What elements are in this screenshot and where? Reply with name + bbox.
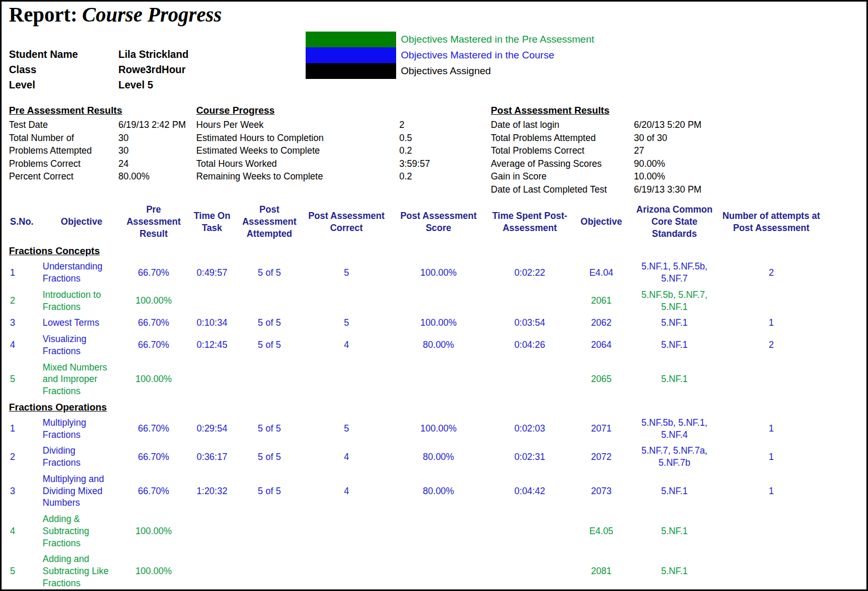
cell-sno: 1 bbox=[9, 415, 42, 443]
kv-label: Remaining Weeks to Complete bbox=[196, 170, 399, 183]
pre-assessment-title: Pre Assessment Results bbox=[9, 104, 194, 117]
cell-objective-code: E4.05 bbox=[575, 511, 628, 551]
cell-post-correct: 5 bbox=[300, 315, 392, 331]
cell-attempts bbox=[721, 511, 821, 551]
cell-objective: Mixed Numbers and Improper Fractions bbox=[42, 359, 122, 399]
kv-label: Estimated Weeks to Complete bbox=[196, 144, 399, 157]
kv-value: 0.2 bbox=[399, 144, 412, 157]
cell-pre-result: 66.70% bbox=[122, 415, 186, 443]
cell-objective: Multiplying and Dividing Mixed Numbers bbox=[42, 471, 122, 511]
kv-row: Total Problems Attempted 30 of 30 bbox=[491, 132, 791, 145]
cell-objective: Introduction to Fractions bbox=[42, 287, 122, 315]
header-post-assessment-score: Post Assessment Score bbox=[392, 201, 485, 243]
cell-post-attempted bbox=[238, 511, 300, 551]
kv-row: Average of Passing Scores 90.00% bbox=[491, 157, 791, 171]
cell-time-on-task bbox=[186, 287, 238, 315]
kv-value: 2 bbox=[399, 118, 405, 132]
kv-value: 24 bbox=[118, 157, 128, 171]
post-assessment-title: Post Assessment Results bbox=[491, 104, 791, 117]
cell-post-correct: 4 bbox=[300, 443, 392, 471]
cell-time-spent-post: 0:02:03 bbox=[485, 415, 575, 443]
table-row: 4Adding & Subtracting Fractions100.00%E4… bbox=[9, 511, 821, 551]
kv-label: Date of Last Completed Test bbox=[491, 183, 634, 196]
kv-label: Date of last login bbox=[491, 118, 634, 132]
cell-sno: 5 bbox=[9, 359, 42, 399]
kv-row: Hours Per Week 2 bbox=[196, 118, 488, 132]
student-name-row: Student Name Lila Strickland bbox=[9, 47, 188, 62]
cell-time-on-task: 0:12:45 bbox=[186, 331, 238, 359]
kv-value: 80.00% bbox=[118, 170, 149, 183]
cell-time-on-task: 1:20:32 bbox=[186, 471, 238, 511]
cell-pre-result: 100.00% bbox=[122, 511, 186, 551]
cell-pre-result: 66.70% bbox=[122, 315, 186, 331]
cell-time-spent-post bbox=[485, 551, 575, 591]
cell-post-attempted bbox=[238, 359, 300, 399]
cell-standards: 5.NF.1, 5.NF.5b, 5.NF.7 bbox=[628, 258, 721, 287]
kv-row: Problems Correct 24 bbox=[9, 157, 194, 171]
cell-sno: 5 bbox=[9, 551, 42, 591]
cell-objective: Lowest Terms bbox=[42, 315, 122, 331]
cell-objective-code: E4.04 bbox=[575, 258, 628, 287]
kv-value: 6/19/13 2:42 PM bbox=[118, 118, 186, 132]
cell-pre-result: 100.00% bbox=[122, 551, 186, 591]
cell-objective-code: 2072 bbox=[575, 443, 628, 471]
kv-value: 90.00% bbox=[634, 157, 665, 171]
table-row: 1Understanding Fractions66.70%0:49:575 o… bbox=[9, 258, 821, 287]
student-level-value: Level 5 bbox=[118, 77, 153, 93]
objectives-table: S.No. Objective Pre Assessment Result Ti… bbox=[9, 201, 821, 591]
post-assessment-section: Post Assessment Results Date of last log… bbox=[491, 104, 791, 196]
cell-time-spent-post bbox=[485, 359, 575, 399]
kv-value: 30 of 30 bbox=[634, 132, 667, 145]
cell-post-correct bbox=[300, 359, 392, 399]
kv-label: Average of Passing Scores bbox=[491, 157, 634, 171]
kv-label: Problems Correct bbox=[9, 157, 118, 171]
cell-post-score bbox=[392, 359, 485, 399]
kv-row: Percent Correct 80.00% bbox=[9, 170, 194, 183]
student-class-value: Rowe3rdHour bbox=[118, 62, 186, 77]
header-standards: Arizona Common Core State Standards bbox=[628, 201, 721, 243]
cell-sno: 4 bbox=[9, 511, 42, 551]
cell-attempts bbox=[721, 287, 821, 315]
cell-standards: 5.NF.7, 5.NF.7a, 5.NF.7b bbox=[628, 443, 721, 471]
cell-time-on-task: 0:10:34 bbox=[186, 315, 238, 331]
cell-time-on-task: 0:29:54 bbox=[186, 415, 238, 443]
header-post-assessment-correct: Post Assessment Correct bbox=[300, 201, 392, 243]
cell-objective-code: 2073 bbox=[575, 471, 628, 511]
kv-value: 6/20/13 5:20 PM bbox=[634, 118, 701, 132]
legend-label: Objectives Mastered in the Course bbox=[396, 49, 554, 61]
kv-row: Test Date 6/19/13 2:42 PM bbox=[9, 118, 194, 132]
cell-pre-result: 66.70% bbox=[122, 471, 186, 511]
cell-attempts bbox=[721, 359, 821, 399]
cell-standards: 5.NF.1 bbox=[628, 359, 721, 399]
student-level-row: Level Level 5 bbox=[9, 77, 188, 93]
student-level-label: Level bbox=[9, 77, 118, 93]
cell-post-score bbox=[392, 287, 485, 315]
legend-label: Objectives Mastered in the Pre Assessmen… bbox=[396, 34, 594, 45]
cell-objective: Visualizing Fractions bbox=[42, 331, 122, 359]
student-info: Student Name Lila Strickland Class Rowe3… bbox=[9, 47, 188, 93]
cell-objective-code: 2064 bbox=[575, 331, 628, 359]
cell-time-spent-post bbox=[485, 287, 575, 315]
cell-time-spent-post: 0:04:26 bbox=[485, 331, 575, 359]
cell-sno: 2 bbox=[9, 287, 42, 315]
table-header-row: S.No. Objective Pre Assessment Result Ti… bbox=[9, 201, 821, 243]
kv-row: Total Hours Worked 3:59:57 bbox=[196, 157, 488, 171]
kv-label: Total Problems Correct bbox=[491, 144, 634, 157]
cell-standards: 5.NF.1 bbox=[628, 331, 721, 359]
kv-value: 3:59:57 bbox=[399, 157, 430, 171]
cell-time-on-task: 0:36:17 bbox=[186, 443, 238, 471]
table-group-row: Fractions Concepts bbox=[9, 243, 821, 258]
kv-value: 0.2 bbox=[399, 170, 412, 183]
table-group-cell: Fractions Operations bbox=[9, 399, 821, 415]
table-row: 4Visualizing Fractions66.70%0:12:455 of … bbox=[9, 331, 821, 359]
kv-label: Estimated Hours to Completion bbox=[196, 132, 399, 145]
kv-row: Estimated Weeks to Complete 0.2 bbox=[196, 144, 488, 157]
table-group-row: Fractions Operations bbox=[9, 399, 821, 415]
legend-item-mastered-pre: Objectives Mastered in the Pre Assessmen… bbox=[306, 32, 594, 47]
kv-label: Percent Correct bbox=[9, 170, 118, 183]
cell-standards: 5.NF.1 bbox=[628, 511, 721, 551]
header-objective: Objective bbox=[42, 201, 122, 243]
kv-label: Hours Per Week bbox=[196, 118, 399, 132]
cell-post-attempted: 5 of 5 bbox=[238, 258, 300, 287]
kv-row: Estimated Hours to Completion 0.5 bbox=[196, 132, 488, 145]
